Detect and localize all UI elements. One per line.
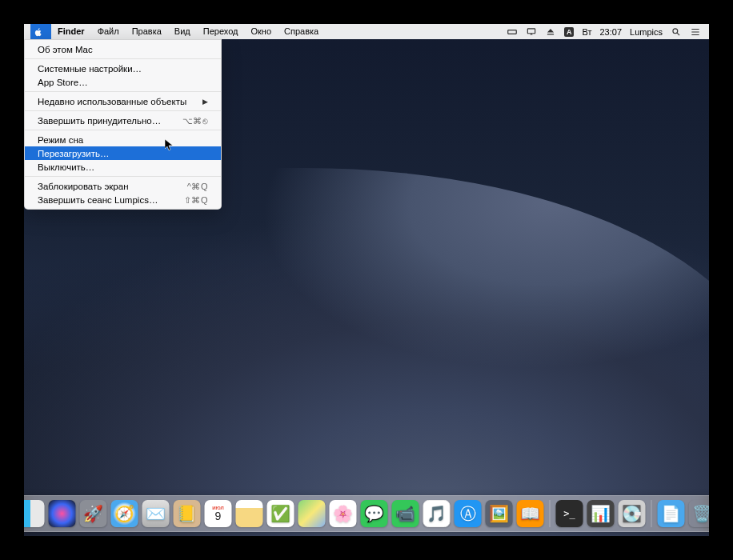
dock-terminal[interactable]: >_ xyxy=(556,500,583,527)
svg-point-2 xyxy=(673,28,678,33)
menu-item-lock-screen[interactable]: Заблокировать экран^⌘Q xyxy=(25,179,221,193)
apple-menu-icon[interactable] xyxy=(30,24,51,39)
dock-separator xyxy=(651,500,652,527)
dock-bootcamp[interactable]: 💽 xyxy=(619,500,646,527)
dock-separator xyxy=(550,500,551,527)
menu-bar-app-name[interactable]: Finder xyxy=(51,24,91,39)
menu-help[interactable]: Справка xyxy=(278,24,325,39)
menu-item-logout[interactable]: Завершить сеанс Lumpics…⇧⌘Q xyxy=(25,193,221,206)
shortcut-label: ⌥⌘⎋ xyxy=(182,115,209,126)
dock-safari[interactable]: 🧭 xyxy=(111,500,138,527)
menu-separator xyxy=(25,58,221,59)
dock-messages[interactable]: 💬 xyxy=(361,500,388,527)
desktop-screen: Finder Файл Правка Вид Переход Окно Спра… xyxy=(24,24,709,536)
eject-icon[interactable] xyxy=(545,26,556,38)
menu-edit[interactable]: Правка xyxy=(126,24,168,39)
shortcut-label: ⇧⌘Q xyxy=(184,194,208,206)
dock-appstore[interactable]: Ⓐ xyxy=(455,500,482,527)
menu-item-app-store[interactable]: App Store… xyxy=(25,75,221,89)
menu-separator xyxy=(25,110,221,111)
dock-mail[interactable]: ✉️ xyxy=(142,500,170,527)
dock: 🚀 🧭 ✉️ 📒 ИЮЛ9 ✅ 🌸 💬 📹 🎵 Ⓐ 🖼️ 📖 >_ 📊 💽 📄 … xyxy=(24,495,709,532)
menu-separator xyxy=(25,176,221,177)
menu-separator xyxy=(25,91,221,92)
dock-reminders[interactable]: ✅ xyxy=(267,500,294,527)
menu-bar-day[interactable]: Вт xyxy=(582,27,591,37)
dock-maps[interactable] xyxy=(298,500,326,527)
menu-bar-user[interactable]: Lumpics xyxy=(630,27,663,37)
menu-window[interactable]: Окно xyxy=(244,24,278,39)
dock-calendar[interactable]: ИЮЛ9 xyxy=(205,500,232,527)
dock-notes[interactable] xyxy=(236,500,263,527)
menu-item-restart[interactable]: Перезагрузить… xyxy=(25,146,221,160)
dock-activity-monitor[interactable]: 📊 xyxy=(587,500,615,527)
menu-go[interactable]: Переход xyxy=(197,24,245,39)
input-source-icon[interactable]: А xyxy=(564,27,575,37)
menu-file[interactable]: Файл xyxy=(91,24,126,39)
dock-downloads[interactable]: 📄 xyxy=(658,500,685,527)
disk-icon[interactable] xyxy=(507,26,518,38)
svg-rect-1 xyxy=(527,28,535,33)
dock-finder[interactable] xyxy=(24,500,45,527)
menu-bar: Finder Файл Правка Вид Переход Окно Спра… xyxy=(24,24,709,39)
menu-item-about-mac[interactable]: Об этом Mac xyxy=(25,42,221,56)
apple-menu-dropdown: Об этом Mac Системные настройки… App Sto… xyxy=(24,39,222,210)
menu-item-recent-items[interactable]: Недавно использованные объекты▶ xyxy=(25,94,221,108)
chevron-right-icon: ▶ xyxy=(202,96,208,107)
dock-launchpad[interactable]: 🚀 xyxy=(80,500,107,527)
dock-books[interactable]: 📖 xyxy=(517,500,544,527)
dock-trash[interactable]: 🗑️ xyxy=(689,500,710,527)
menu-view[interactable]: Вид xyxy=(168,24,197,39)
menu-item-sleep[interactable]: Режим сна xyxy=(25,133,221,146)
shortcut-label: ^⌘Q xyxy=(187,181,208,192)
dock-facetime[interactable]: 📹 xyxy=(392,500,419,527)
spotlight-icon[interactable] xyxy=(671,26,682,38)
airplay-icon[interactable] xyxy=(526,26,537,38)
menu-bar-time[interactable]: 23:07 xyxy=(600,27,623,37)
dock-siri[interactable] xyxy=(49,500,76,527)
dock-contacts[interactable]: 📒 xyxy=(174,500,201,527)
menu-item-force-quit[interactable]: Завершить принудительно…⌥⌘⎋ xyxy=(25,114,221,127)
menu-separator xyxy=(25,130,221,130)
menu-item-shutdown[interactable]: Выключить… xyxy=(25,160,221,174)
menu-item-system-preferences[interactable]: Системные настройки… xyxy=(25,62,221,75)
dock-itunes[interactable]: 🎵 xyxy=(423,500,451,527)
dock-photos[interactable]: 🌸 xyxy=(330,500,357,527)
wallpaper-dune xyxy=(24,168,709,488)
dock-preview[interactable]: 🖼️ xyxy=(486,500,513,527)
svg-rect-0 xyxy=(508,30,517,34)
notification-center-icon[interactable] xyxy=(690,26,701,38)
